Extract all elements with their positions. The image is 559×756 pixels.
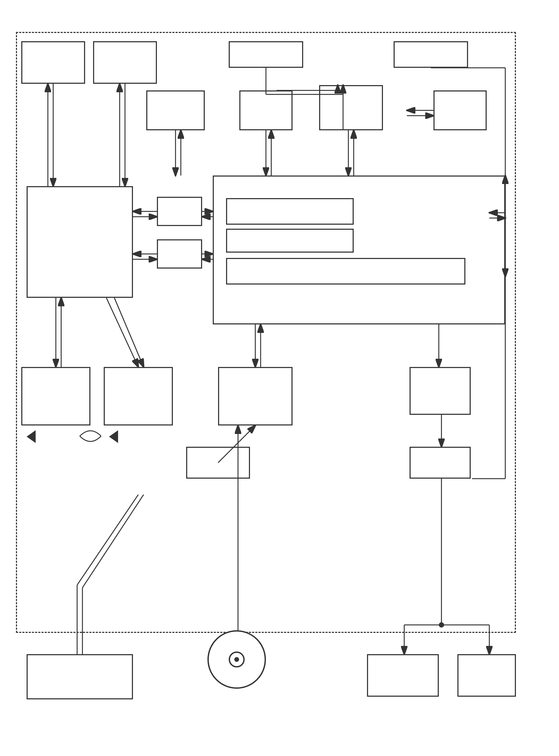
power-button-block [229,41,303,68]
eject-button-block [186,447,250,479]
controller-block [27,654,133,700]
wireless-ctrl-block [104,367,173,426]
television-set-block [367,654,439,697]
speaker-block [457,654,516,697]
flash-memory-block [146,90,205,130]
av-connector-block [409,447,471,479]
ref23-bracket [69,420,122,452]
internal-main-memory-block [226,258,465,284]
rom-rtc-block [433,90,487,130]
external-main-memory-block [319,85,383,130]
extension-connector-block [21,41,85,84]
external-memory-card-block [93,41,157,84]
dsp-block [157,239,202,269]
cpu-block [239,90,293,130]
reset-button-block [394,41,468,68]
disc-shape [207,630,266,689]
frame-buffer-block [226,198,354,225]
disc-drive-block [218,367,293,426]
gpu-block [157,197,202,226]
io-processor-block [27,186,133,298]
av-ic-block [409,367,471,415]
z-buffer-block [226,229,354,253]
wireless-comm-block [21,367,90,426]
